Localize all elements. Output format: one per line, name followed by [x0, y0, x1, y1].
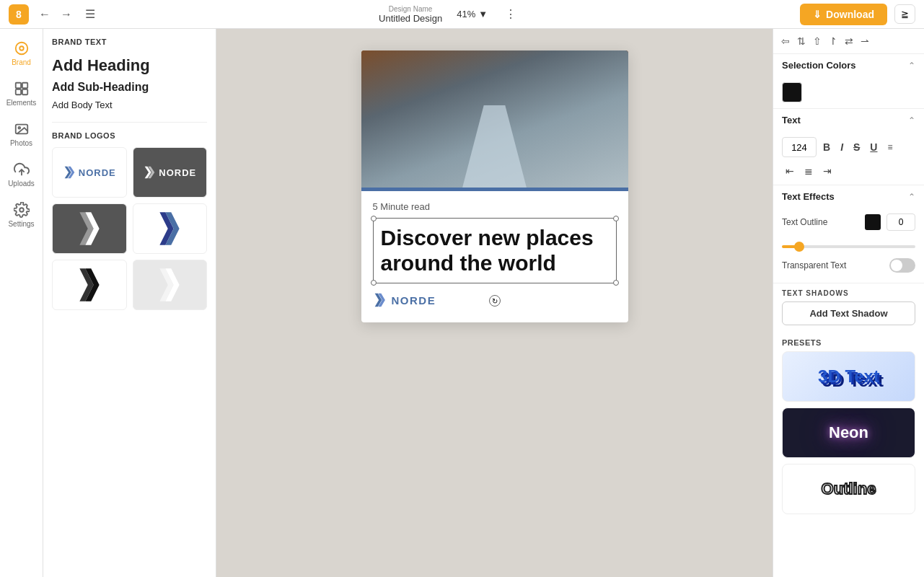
layout-settings-button[interactable]: ≧ [894, 4, 915, 24]
brand-panel: BRAND TEXT Add Heading Add Sub-Heading A… [43, 29, 216, 577]
logo-item-2[interactable]: NORDE [133, 147, 208, 198]
design-name[interactable]: Untitled Design [379, 13, 442, 24]
logo-mark-1: NORDE [63, 165, 116, 180]
align-bottom-icon[interactable]: ⇀ [858, 33, 871, 49]
align-center-icon[interactable]: ⇅ [795, 33, 808, 49]
bold-button[interactable]: B [819, 139, 834, 155]
logo-item-3[interactable] [52, 203, 127, 254]
sidebar-item-uploads[interactable]: Uploads [3, 156, 40, 193]
canvas-image [361, 50, 628, 188]
svg-rect-17 [516, 69, 525, 188]
canvas-area[interactable]: 5 Minute read Discover new places around… [216, 29, 773, 577]
sidebar-label-brand: Brand [12, 58, 31, 66]
uploads-icon [14, 162, 30, 177]
logo-only-5 [75, 267, 104, 303]
sidebar-label-photos: Photos [10, 139, 32, 147]
align-center-text-button[interactable]: ≣ [801, 163, 817, 179]
canvas-card[interactable]: 5 Minute read Discover new places around… [361, 50, 628, 322]
add-heading-option[interactable]: Add Heading [52, 53, 207, 78]
panel-toolbar: ⇦ ⇅ ⇧ ↾ ⇄ ⇀ [773, 29, 924, 54]
text-effects-header[interactable]: Text Effects ⌃ [773, 185, 924, 208]
sidebar-item-settings[interactable]: Settings [3, 196, 40, 234]
settings-icon [14, 202, 30, 218]
selection-colors-header[interactable]: Selection Colors ⌃ [773, 54, 924, 76]
align-top-icon[interactable]: ↾ [827, 33, 840, 49]
redo-button[interactable]: → [58, 5, 75, 24]
align-right-text-button[interactable]: ⇥ [819, 163, 835, 179]
zoom-control[interactable]: 41% ▼ [457, 9, 488, 19]
add-body-option[interactable]: Add Body Text [52, 97, 207, 113]
sidebar-label-elements: Elements [6, 99, 37, 107]
add-text-shadow-button[interactable]: Add Text Shadow [782, 301, 915, 325]
strikethrough-button[interactable]: S [850, 139, 863, 155]
italic-button[interactable]: I [837, 139, 847, 155]
align-right-icon[interactable]: ⇧ [811, 33, 824, 49]
read-time: 5 Minute read [373, 201, 617, 212]
align-middle-icon[interactable]: ⇄ [842, 33, 855, 49]
resize-handle-tl[interactable] [371, 216, 377, 221]
download-button[interactable]: ⇓ Download [800, 4, 887, 25]
card-text-box[interactable]: Discover new places around the world [373, 218, 617, 283]
svg-point-13 [423, 50, 567, 123]
hamburger-menu-button[interactable]: ☰ [82, 4, 98, 24]
preset-neon-text: Neon [829, 423, 868, 442]
selection-colors-title: Selection Colors [782, 60, 856, 71]
align-left-text-button[interactable]: ⇤ [782, 163, 798, 179]
text-box-container[interactable]: Discover new places around the world ↻ [373, 218, 617, 292]
transparent-text-toggle[interactable] [889, 258, 915, 273]
rotate-handle[interactable]: ↻ [489, 295, 501, 307]
preset-3d-item[interactable]: 3D Text [782, 351, 915, 402]
topbar: 8 ← → ☰ Design Name Untitled Design 41% … [0, 0, 924, 29]
logo-item-5[interactable] [52, 260, 127, 310]
sidebar-label-uploads: Uploads [8, 180, 35, 188]
design-name-block: Design Name Untitled Design [379, 5, 442, 24]
more-options-button[interactable]: ⋮ [502, 4, 519, 24]
svg-point-7 [18, 127, 20, 129]
undo-button[interactable]: ← [36, 5, 53, 24]
outline-color-swatch[interactable] [865, 214, 881, 230]
card-heading-text[interactable]: Discover new places around the world [381, 226, 609, 276]
logo-item-6[interactable] [133, 260, 208, 310]
svg-rect-14 [462, 65, 475, 188]
list-button[interactable]: ≡ [884, 140, 896, 154]
preset-3d-text: 3D Text [818, 366, 879, 387]
svg-rect-10 [361, 50, 628, 188]
align-icons-group: ⇦ ⇅ ⇧ ↾ ⇄ ⇀ [779, 33, 871, 49]
resize-handle-bl[interactable] [371, 280, 377, 286]
logo-item-1[interactable]: NORDE [52, 147, 127, 198]
zoom-dropdown-icon[interactable]: ▼ [478, 9, 488, 19]
svg-point-0 [15, 43, 27, 55]
selection-color-swatch[interactable] [782, 82, 802, 102]
icon-sidebar: Brand Elements Photos Uploads Settings [0, 29, 43, 577]
outline-value-input[interactable] [886, 213, 915, 231]
card-logo-text: NORDE [392, 294, 436, 307]
align-left-icon[interactable]: ⇦ [779, 33, 792, 49]
text-align-toolbar: ⇤ ≣ ⇥ [782, 163, 915, 179]
text-effects-content: Text Outline Transparent Text [773, 208, 924, 283]
sidebar-item-brand[interactable]: Brand [3, 35, 40, 72]
svg-rect-5 [22, 89, 27, 94]
underline-button[interactable]: U [866, 139, 881, 155]
sidebar-item-elements[interactable]: Elements [3, 75, 40, 113]
logo-mark-2: NORDE [143, 165, 196, 180]
sidebar-item-photos[interactable]: Photos [3, 115, 40, 153]
download-label: Download [826, 9, 874, 20]
logo-only-4 [155, 211, 184, 247]
text-section-header[interactable]: Text ⌃ [773, 109, 924, 131]
svg-point-12 [527, 50, 628, 188]
sidebar-label-settings: Settings [8, 220, 34, 228]
resize-handle-tr[interactable] [613, 216, 619, 221]
elements-icon [14, 81, 30, 97]
logo-icon-5 [75, 267, 104, 303]
logo-only-3 [75, 211, 104, 247]
logo-item-4[interactable] [133, 203, 208, 254]
preset-neon-item[interactable]: Neon [782, 408, 915, 458]
outline-slider[interactable] [782, 245, 915, 248]
add-subheading-option[interactable]: Add Sub-Heading [52, 78, 207, 97]
preset-outline-item[interactable]: Outline [782, 464, 915, 514]
app-logo[interactable]: 8 [9, 4, 29, 25]
logo-icon-4 [155, 211, 184, 247]
resize-handle-br[interactable] [613, 280, 619, 286]
font-size-input[interactable] [782, 137, 817, 157]
brand-text-title: BRAND TEXT [52, 38, 207, 46]
